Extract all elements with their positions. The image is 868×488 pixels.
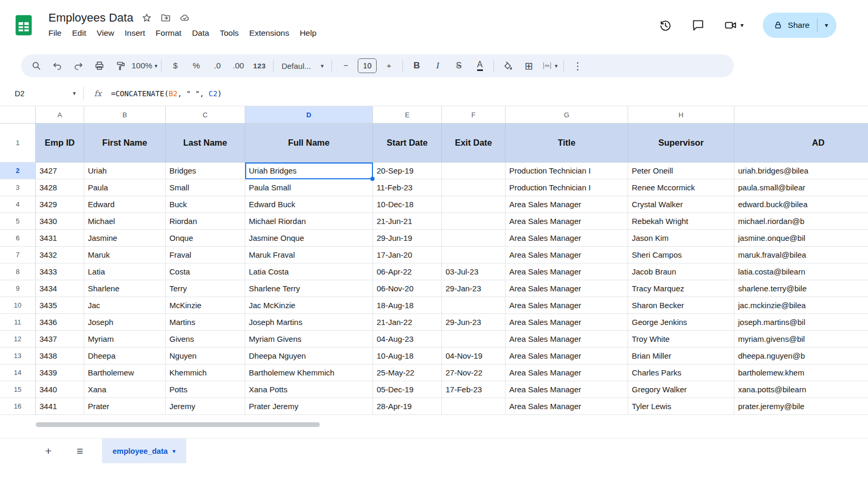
cell-C13[interactable]: Nguyen — [166, 348, 245, 364]
column-header-B[interactable]: B — [84, 106, 166, 124]
merge-cells-dropdown-icon[interactable]: ▾ — [554, 63, 558, 69]
cloud-status-icon[interactable] — [179, 13, 190, 23]
cell-C9[interactable]: Terry — [166, 280, 245, 297]
cell-C16[interactable]: Jeremy — [166, 398, 245, 415]
column-header-H[interactable]: H — [628, 106, 734, 124]
text-color-button[interactable]: A — [470, 56, 490, 76]
column-header-E[interactable]: E — [373, 106, 442, 124]
share-dropdown-icon[interactable]: ▾ — [825, 22, 828, 28]
cell-A2[interactable]: 3427 — [36, 162, 84, 179]
column-header-overflow[interactable] — [734, 106, 868, 124]
cell-H5[interactable]: Rebekah Wright — [628, 213, 734, 230]
number-format-button[interactable]: 123 — [249, 56, 269, 76]
name-box[interactable]: D2 ▾ — [0, 89, 83, 98]
cell-I13[interactable]: dheepa.nguyen@b — [734, 348, 868, 364]
cell-F10[interactable] — [442, 297, 506, 314]
cell-E2[interactable]: 20-Sep-19 — [373, 162, 442, 179]
cell-G11[interactable]: Area Sales Manager — [506, 314, 628, 331]
cell-E16[interactable]: 28-Apr-19 — [373, 398, 442, 415]
bold-button[interactable]: B — [407, 56, 427, 76]
cell-D12[interactable]: Myriam Givens — [245, 331, 373, 348]
sheet-tab-employee-data[interactable]: employee_data ▾ — [102, 439, 186, 464]
row-number-3[interactable]: 3 — [0, 179, 36, 196]
print-button[interactable] — [89, 56, 109, 76]
cell-A12[interactable]: 3437 — [36, 331, 84, 348]
cell-I2[interactable]: uriah.bridges@bilea — [734, 162, 868, 179]
cell-B7[interactable]: Maruk — [84, 247, 166, 263]
column-header-G[interactable]: G — [506, 106, 628, 124]
row-number-9[interactable]: 9 — [0, 280, 36, 297]
cell-I8[interactable]: latia.costa@bilearn — [734, 263, 868, 280]
cell-H12[interactable]: Troy White — [628, 331, 734, 348]
cell-H9[interactable]: Tracy Marquez — [628, 280, 734, 297]
cell-D5[interactable]: Michael Riordan — [245, 213, 373, 230]
fill-handle[interactable] — [370, 177, 375, 181]
menu-extensions[interactable]: Extensions — [244, 26, 295, 40]
add-sheet-button[interactable]: + — [39, 442, 58, 461]
row-number-7[interactable]: 7 — [0, 247, 36, 263]
cell-B15[interactable]: Xana — [84, 381, 166, 398]
increase-decimal-button[interactable]: .00 — [228, 56, 248, 76]
italic-button[interactable]: I — [428, 56, 448, 76]
fill-color-button[interactable] — [498, 56, 518, 76]
row-number-8[interactable]: 8 — [0, 263, 36, 280]
cell-D15[interactable]: Xana Potts — [245, 381, 373, 398]
cell-G2[interactable]: Production Technician I — [506, 162, 628, 179]
row-number-16[interactable]: 16 — [0, 398, 36, 415]
cell-B1[interactable]: First Name — [84, 124, 166, 162]
cell-F5[interactable] — [442, 213, 506, 230]
cell-E1[interactable]: Start Date — [373, 124, 442, 162]
cell-G12[interactable]: Area Sales Manager — [506, 331, 628, 348]
row-number-14[interactable]: 14 — [0, 364, 36, 381]
row-number-15[interactable]: 15 — [0, 381, 36, 398]
cell-E8[interactable]: 06-Apr-22 — [373, 263, 442, 280]
cell-H3[interactable]: Renee Mccormick — [628, 179, 734, 196]
row-number-13[interactable]: 13 — [0, 348, 36, 364]
cell-A11[interactable]: 3436 — [36, 314, 84, 331]
cell-I11[interactable]: joseph.martins@bil — [734, 314, 868, 331]
decrease-font-size-button[interactable]: − — [336, 56, 356, 76]
cell-H6[interactable]: Jason Kim — [628, 230, 734, 247]
cell-G10[interactable]: Area Sales Manager — [506, 297, 628, 314]
cell-F16[interactable] — [442, 398, 506, 415]
cell-B12[interactable]: Myriam — [84, 331, 166, 348]
cell-F14[interactable]: 27-Nov-22 — [442, 364, 506, 381]
cell-E9[interactable]: 06-Nov-20 — [373, 280, 442, 297]
cell-C3[interactable]: Small — [166, 179, 245, 196]
increase-font-size-button[interactable]: + — [379, 56, 399, 76]
move-folder-icon[interactable] — [160, 13, 171, 23]
cell-H14[interactable]: Charles Parks — [628, 364, 734, 381]
cell-A4[interactable]: 3429 — [36, 196, 84, 213]
cell-C10[interactable]: McKinzie — [166, 297, 245, 314]
cell-C11[interactable]: Martins — [166, 314, 245, 331]
cell-D10[interactable]: Jac McKinzie — [245, 297, 373, 314]
cell-A3[interactable]: 3428 — [36, 179, 84, 196]
cell-C5[interactable]: Riordan — [166, 213, 245, 230]
cell-D13[interactable]: Dheepa Nguyen — [245, 348, 373, 364]
cell-H10[interactable]: Sharon Becker — [628, 297, 734, 314]
cell-B16[interactable]: Prater — [84, 398, 166, 415]
version-history-icon[interactable] — [659, 18, 672, 32]
cell-H2[interactable]: Peter Oneill — [628, 162, 734, 179]
row-number-11[interactable]: 11 — [0, 314, 36, 331]
cell-A8[interactable]: 3433 — [36, 263, 84, 280]
cell-A14[interactable]: 3439 — [36, 364, 84, 381]
cell-F6[interactable] — [442, 230, 506, 247]
cell-D11[interactable]: Joseph Martins — [245, 314, 373, 331]
cell-D8[interactable]: Latia Costa — [245, 263, 373, 280]
cell-F2[interactable] — [442, 162, 506, 179]
cell-A6[interactable]: 3431 — [36, 230, 84, 247]
cell-H1[interactable]: Supervisor — [628, 124, 734, 162]
name-box-dropdown-icon[interactable]: ▾ — [73, 90, 76, 97]
cell-D9[interactable]: Sharlene Terry — [245, 280, 373, 297]
select-all-corner[interactable] — [0, 106, 36, 124]
menu-file[interactable]: File — [43, 26, 67, 40]
row-number-2[interactable]: 2 — [0, 162, 36, 179]
format-currency-button[interactable]: $ — [165, 56, 185, 76]
cell-H11[interactable]: George Jenkins — [628, 314, 734, 331]
cell-C14[interactable]: Khemmich — [166, 364, 245, 381]
cell-D14[interactable]: Bartholemew Khemmich — [245, 364, 373, 381]
document-title[interactable]: Employees Data — [48, 11, 133, 25]
cell-A15[interactable]: 3440 — [36, 381, 84, 398]
strikethrough-button[interactable]: S — [449, 56, 469, 76]
